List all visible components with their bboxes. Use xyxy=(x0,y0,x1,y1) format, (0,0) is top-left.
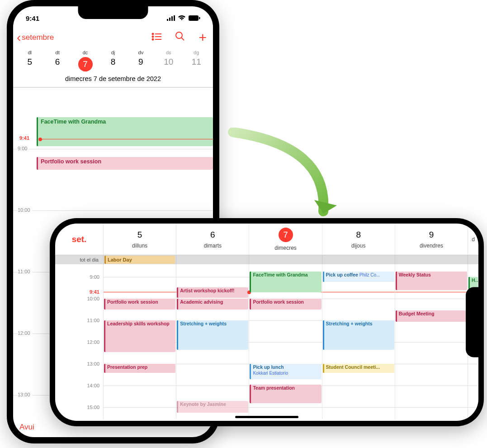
week-body[interactable]: 9:0010:0011:0012:0013:0014:0015:009:41 P… xyxy=(55,264,478,419)
svg-rect-2 xyxy=(171,16,173,21)
svg-point-8 xyxy=(152,36,154,38)
week-day[interactable]: 5 dilluns xyxy=(103,224,176,255)
event[interactable]: Keynote by Jasmine xyxy=(177,401,248,413)
cell-signal-icon xyxy=(167,14,175,22)
notch xyxy=(466,287,478,357)
date-title: dimecres 7 de setembre de 2022 xyxy=(13,72,213,87)
event[interactable]: Academic advising xyxy=(177,299,248,310)
weekday: dg xyxy=(183,50,210,55)
event[interactable]: FaceTime with Grandma xyxy=(250,272,321,292)
event[interactable]: Presentation prep xyxy=(104,364,175,373)
day-column[interactable]: Pick up coffee Philz Co...Stretching + w… xyxy=(322,264,395,419)
event[interactable]: Budget Meeting xyxy=(396,310,467,321)
date-cell[interactable]: 11 xyxy=(183,57,210,71)
date-cell[interactable]: 5 xyxy=(16,57,43,71)
back-button[interactable]: ‹ setembre xyxy=(17,30,54,45)
event[interactable]: Artist workshop kickoff! xyxy=(177,287,248,298)
event[interactable]: Pick up coffee Philz Co... xyxy=(323,272,394,282)
event[interactable]: Weekly Status xyxy=(396,272,467,290)
time-gutter: 9:0010:0011:0012:0013:0014:0015:009:41 xyxy=(55,264,103,419)
status-time: 9:41 xyxy=(26,14,39,22)
svg-rect-3 xyxy=(174,15,175,21)
allday-cell[interactable] xyxy=(176,255,249,264)
weekday: dv xyxy=(127,50,155,55)
hour-label: 15:00 xyxy=(87,405,99,410)
now-time-label: 9:41 xyxy=(90,289,99,295)
event[interactable]: Portfolio work session xyxy=(104,299,175,310)
hour-label: 14:00 xyxy=(87,383,99,388)
svg-point-10 xyxy=(152,39,154,40)
weekday: dc xyxy=(71,50,99,55)
now-indicator xyxy=(104,292,176,292)
hour-label: 10:00 xyxy=(87,296,99,301)
event[interactable]: Student Council meeti... xyxy=(323,364,394,373)
weekday: dt xyxy=(43,50,71,55)
allday-cell[interactable] xyxy=(468,255,478,264)
event[interactable]: Stretching + weights xyxy=(177,320,248,350)
search-icon[interactable] xyxy=(175,31,185,44)
week-day-next[interactable]: d xyxy=(468,224,478,255)
weekday: ds xyxy=(155,50,182,55)
day-column[interactable]: Artist workshop kickoff!Academic advisin… xyxy=(176,264,249,419)
hour-label: 9:00 xyxy=(18,146,29,151)
toolbar: ‹ setembre + xyxy=(13,26,213,48)
weekday: dj xyxy=(99,50,127,55)
notch xyxy=(78,6,148,19)
hour-label: 12:00 xyxy=(87,339,99,345)
svg-rect-5 xyxy=(199,17,200,19)
add-icon[interactable]: + xyxy=(199,30,207,45)
chevron-left-icon: ‹ xyxy=(17,30,21,45)
date-picker: 5 6 7 8 9 10 11 xyxy=(13,55,213,72)
allday-label: tot el dia xyxy=(55,255,103,264)
battery-icon xyxy=(189,14,200,22)
weekday-header: dl dt dc dj dv ds dg xyxy=(13,48,213,55)
svg-rect-4 xyxy=(189,15,199,21)
week-day[interactable]: 9 divendres xyxy=(395,224,468,255)
list-icon[interactable] xyxy=(151,32,161,43)
rotation-arrow xyxy=(179,128,341,236)
date-cell[interactable]: 8 xyxy=(99,57,127,71)
wifi-icon xyxy=(178,14,186,22)
landscape-phone: set. 5 dilluns 6 dimarts 7 dimecres 8 di… xyxy=(50,218,484,426)
allday-row: tot el dia Labor Day xyxy=(55,255,478,264)
date-cell-selected[interactable]: 7 xyxy=(71,57,99,71)
hour-label: 10:00 xyxy=(18,207,32,213)
svg-line-13 xyxy=(181,38,184,40)
day-column[interactable]: Portfolio work sessionLeadership skills … xyxy=(103,264,176,419)
status-icons xyxy=(167,14,200,22)
hour-label: 9:00 xyxy=(90,274,99,280)
event[interactable]: Stretching + weights xyxy=(323,320,394,350)
month-label[interactable]: set. xyxy=(55,224,103,255)
hour-label: 11:00 xyxy=(87,318,99,323)
allday-event[interactable]: Labor Day xyxy=(104,256,175,264)
svg-rect-1 xyxy=(169,18,170,21)
allday-cell[interactable] xyxy=(249,255,322,264)
day-column[interactable]: Weekly StatusBudget Meeting xyxy=(395,264,468,419)
event[interactable]: Portfolio work session xyxy=(250,299,321,310)
day-column[interactable]: FaceTime with GrandmaPortfolio work sess… xyxy=(249,264,322,419)
date-cell[interactable]: 9 xyxy=(127,57,155,71)
hour-label: 11:00 xyxy=(18,269,32,274)
allday-cell[interactable]: Labor Day xyxy=(103,255,176,264)
hour-label: 13:00 xyxy=(87,361,99,367)
weekday: dl xyxy=(16,50,43,55)
date-cell[interactable]: 6 xyxy=(43,57,71,71)
home-indicator[interactable] xyxy=(235,416,298,418)
allday-cell[interactable] xyxy=(322,255,395,264)
now-indicator xyxy=(395,292,468,292)
back-label: setembre xyxy=(22,33,54,42)
event[interactable]: Pick up lunchKokkari Estiatorio xyxy=(250,364,321,379)
landscape-screen: set. 5 dilluns 6 dimarts 7 dimecres 8 di… xyxy=(55,224,478,421)
event[interactable]: Leadership skills workshop xyxy=(104,320,175,352)
today-button[interactable]: Avui xyxy=(19,423,34,432)
svg-point-12 xyxy=(176,32,182,38)
hour-label: 13:00 xyxy=(18,392,32,397)
hour-label: 12:00 xyxy=(18,330,32,336)
allday-cell[interactable] xyxy=(395,255,468,264)
event[interactable]: Team presentation xyxy=(250,385,321,403)
svg-point-6 xyxy=(152,33,154,35)
date-cell[interactable]: 10 xyxy=(155,57,182,71)
now-indicator xyxy=(322,292,395,292)
svg-rect-0 xyxy=(167,19,168,21)
